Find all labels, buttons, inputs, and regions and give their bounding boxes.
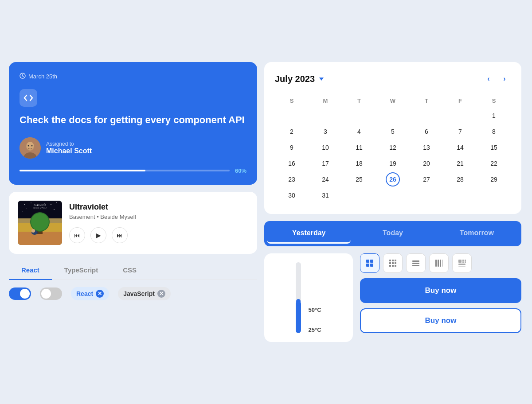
day-tab-today[interactable]: Today <box>351 224 434 244</box>
cal-day-2[interactable]: 2 <box>285 124 299 139</box>
cal-day-3[interactable]: 3 <box>318 124 332 139</box>
cal-day-1[interactable]: 1 <box>487 109 501 123</box>
calendar-dropdown-icon[interactable] <box>319 78 324 81</box>
cal-day-22[interactable]: 22 <box>487 156 501 171</box>
progress-track <box>20 170 230 171</box>
cal-day-18[interactable]: 18 <box>352 156 366 171</box>
cal-day-17[interactable]: 17 <box>318 156 332 171</box>
svg-rect-42 <box>412 263 419 264</box>
cal-day-11[interactable]: 11 <box>352 140 366 155</box>
task-title: Check the docs for getting every compone… <box>20 114 246 127</box>
cal-day-26[interactable]: 26 <box>386 172 400 186</box>
toggle-2-knob <box>41 289 51 299</box>
calendar-next-button[interactable]: › <box>498 73 511 85</box>
cal-day-29[interactable]: 29 <box>487 172 501 186</box>
cal-empty-4 <box>386 109 400 123</box>
cal-empty-2 <box>318 109 332 123</box>
svg-rect-38 <box>389 265 391 267</box>
svg-rect-54 <box>458 266 466 267</box>
cal-day-23[interactable]: 23 <box>285 172 299 186</box>
svg-point-25 <box>31 229 35 233</box>
weekday-sun: S <box>275 94 309 108</box>
cal-day-25[interactable]: 25 <box>352 172 366 186</box>
track-title: Ultraviolet <box>69 202 248 212</box>
cal-day-12[interactable]: 12 <box>386 140 400 155</box>
cal-day-4[interactable]: 4 <box>352 124 366 139</box>
svg-rect-45 <box>438 260 439 267</box>
assignee-info: Assigned to Michael Scott <box>46 141 92 155</box>
task-date: March 25th <box>20 73 246 80</box>
cal-day-28[interactable]: 28 <box>453 172 467 186</box>
album-art: BASEMENT BESIDE MYSELF <box>18 201 62 245</box>
cal-day-14[interactable]: 14 <box>453 140 467 155</box>
cal-day-24[interactable]: 24 <box>318 172 332 186</box>
tag-javascript-close[interactable]: ✕ <box>157 290 165 298</box>
music-info: Ultraviolet Basement • Beside Myself ⏮ ▶… <box>69 202 248 243</box>
fastforward-button[interactable]: ⏭ <box>112 227 128 243</box>
view-btn-grid-large[interactable] <box>383 253 403 273</box>
cal-day-7[interactable]: 7 <box>453 124 467 139</box>
progress-section: 60% <box>20 167 246 174</box>
cal-day-13[interactable]: 13 <box>419 140 434 155</box>
view-btn-grid-small[interactable] <box>360 253 379 273</box>
svg-rect-51 <box>465 260 466 261</box>
underline-tabs: React TypeScript CSS <box>9 261 257 280</box>
buy-now-secondary-button[interactable]: Buy now <box>360 308 521 333</box>
tag-react[interactable]: React ✕ <box>71 287 109 300</box>
toggle-1[interactable] <box>9 287 31 300</box>
cal-day-9[interactable]: 9 <box>285 140 299 155</box>
cal-day-16[interactable]: 16 <box>285 156 299 171</box>
weekday-fri: F <box>443 94 477 108</box>
svg-rect-35 <box>389 262 391 264</box>
tag-javascript-label: JavaScript <box>123 290 155 297</box>
svg-rect-47 <box>442 260 443 267</box>
left-column: March 25th Check the docs for getting ev… <box>9 62 257 342</box>
tab-css[interactable]: CSS <box>110 261 149 280</box>
cal-day-27[interactable]: 27 <box>419 172 434 186</box>
day-tab-tomorrow[interactable]: Tomorrow <box>435 224 519 244</box>
progress-percent: 60% <box>235 167 246 174</box>
cal-day-30[interactable]: 30 <box>285 188 299 202</box>
view-btn-mixed[interactable] <box>452 253 472 273</box>
calendar-header: July 2023 ‹ › <box>275 73 511 85</box>
cal-day-20[interactable]: 20 <box>419 156 434 171</box>
toggles-row: React ✕ JavaScript ✕ <box>9 287 257 300</box>
cal-day-21[interactable]: 21 <box>453 156 467 171</box>
cal-day-19[interactable]: 19 <box>386 156 400 171</box>
cal-day-10[interactable]: 10 <box>318 140 332 155</box>
tag-react-label: React <box>76 290 93 297</box>
progress-fill <box>20 170 145 171</box>
rewind-button[interactable]: ⏮ <box>69 227 85 243</box>
tag-javascript[interactable]: JavaScript ✕ <box>118 287 171 300</box>
calendar-card: July 2023 ‹ › S M T W T F S <box>264 62 521 214</box>
toggle-2[interactable] <box>40 287 62 300</box>
cal-day-8[interactable]: 8 <box>487 124 501 139</box>
weekday-thu: T <box>410 94 443 108</box>
thermo-labels: 50°C 25°C <box>308 262 321 333</box>
svg-point-23 <box>31 213 49 231</box>
tab-typescript[interactable]: TypeScript <box>52 261 110 280</box>
cal-day-31[interactable]: 31 <box>318 188 332 202</box>
buy-now-primary-button[interactable]: Buy now <box>360 278 521 303</box>
view-btn-list[interactable] <box>406 253 426 273</box>
view-btn-columns[interactable] <box>429 253 449 273</box>
cal-day-6[interactable]: 6 <box>419 124 434 139</box>
svg-point-4 <box>27 142 34 150</box>
tag-react-close[interactable]: ✕ <box>96 290 104 298</box>
thermometer-card: 50°C 25°C <box>264 253 353 342</box>
svg-rect-43 <box>412 265 419 266</box>
view-switcher <box>360 253 521 273</box>
svg-rect-37 <box>395 262 396 264</box>
weekday-tue: T <box>342 94 376 108</box>
day-tab-yesterday[interactable]: Yesterday <box>267 224 351 244</box>
thermometer-container: 50°C 25°C <box>296 262 321 333</box>
cal-day-15[interactable]: 15 <box>487 140 501 155</box>
cal-empty-1 <box>285 109 299 123</box>
svg-rect-40 <box>395 265 396 267</box>
calendar-prev-button[interactable]: ‹ <box>482 73 495 85</box>
bottom-row: 50°C 25°C <box>264 253 521 342</box>
tab-react[interactable]: React <box>9 261 52 280</box>
cal-day-5[interactable]: 5 <box>386 124 400 139</box>
play-button[interactable]: ▶ <box>90 227 106 243</box>
clock-icon <box>20 73 26 80</box>
